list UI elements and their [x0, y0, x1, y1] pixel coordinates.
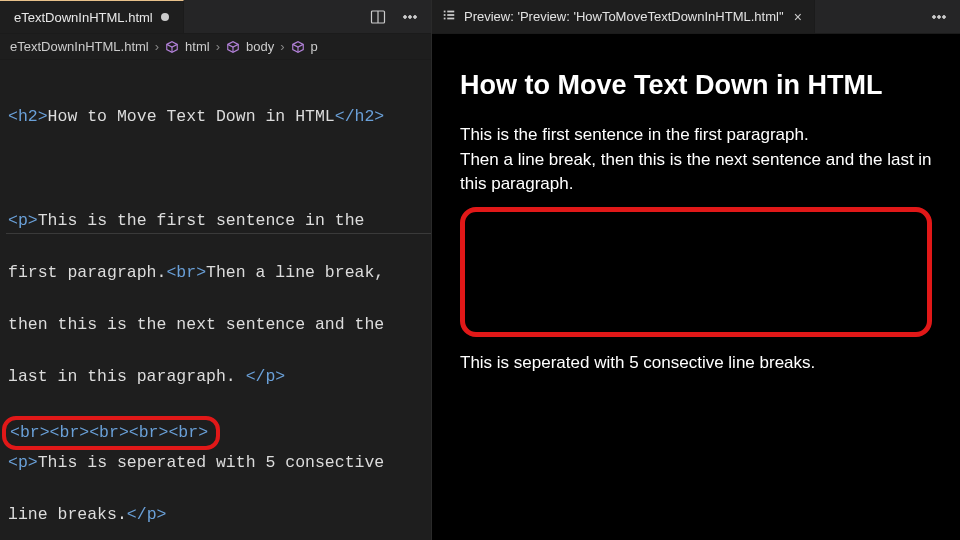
chevron-right-icon: ›	[216, 39, 220, 54]
code-line-highlighted: <br><br><br><br><br>	[2, 416, 220, 450]
svg-rect-8	[447, 14, 454, 16]
editor-tab-actions	[357, 0, 431, 33]
svg-rect-10	[447, 18, 454, 20]
preview-tab-label: Preview: 'Preview: 'HowToMoveTextDownInH…	[464, 9, 784, 24]
blank-space-highlight	[460, 207, 932, 337]
preview-text: Then a line break, then this is the next…	[460, 150, 932, 194]
svg-rect-6	[447, 11, 454, 13]
symbol-icon	[226, 40, 240, 54]
code-editor[interactable]: <h2>How to Move Text Down in HTML</h2> <…	[0, 60, 431, 540]
code-line: last in this paragraph. </p>	[6, 364, 431, 390]
svg-point-13	[943, 15, 946, 18]
svg-point-11	[933, 15, 936, 18]
svg-rect-5	[444, 11, 446, 13]
breadcrumb-file: eTextDownInHTML.html	[10, 39, 149, 54]
preview-text: This is the first sentence in the first …	[460, 125, 809, 144]
svg-point-3	[409, 15, 412, 18]
code-line: first paragraph.<br>Then a line break,	[6, 260, 431, 286]
preview-body: How to Move Text Down in HTML This is th…	[432, 34, 960, 540]
preview-paragraph-2: This is seperated with 5 consective line…	[460, 351, 932, 376]
editor-tab-bar: eTextDownInHTML.html	[0, 0, 431, 34]
preview-tab-actions	[918, 0, 960, 33]
more-icon[interactable]	[401, 8, 419, 26]
breadcrumb-seg-p: p	[311, 39, 318, 54]
preview-heading: How to Move Text Down in HTML	[460, 66, 932, 105]
split-editor-icon[interactable]	[369, 8, 387, 26]
chevron-right-icon: ›	[280, 39, 284, 54]
breadcrumb-seg-body: body	[246, 39, 274, 54]
code-line	[6, 156, 431, 182]
preview-pane: Preview: 'Preview: 'HowToMoveTextDownInH…	[432, 0, 960, 540]
svg-point-4	[414, 15, 417, 18]
editor-pane: eTextDownInHTML.html eTextDownInHTML.htm…	[0, 0, 432, 540]
tab-dirty-indicator	[161, 13, 169, 21]
svg-rect-9	[444, 18, 446, 20]
code-line: <p>This is the first sentence in the	[6, 208, 431, 234]
code-line: then this is the next sentence and the	[6, 312, 431, 338]
editor-tab-active[interactable]: eTextDownInHTML.html	[0, 0, 184, 33]
app-root: eTextDownInHTML.html eTextDownInHTML.htm…	[0, 0, 960, 540]
symbol-icon	[291, 40, 305, 54]
preview-paragraph-1: This is the first sentence in the first …	[460, 123, 932, 197]
tab-label: eTextDownInHTML.html	[14, 10, 153, 25]
svg-point-2	[404, 15, 407, 18]
code-line: <p>This is seperated with 5 consective	[6, 450, 431, 476]
close-icon[interactable]: ×	[792, 9, 804, 25]
breadcrumb-seg-html: html	[185, 39, 210, 54]
chevron-right-icon: ›	[155, 39, 159, 54]
symbol-icon	[165, 40, 179, 54]
more-icon[interactable]	[930, 8, 948, 26]
preview-tab-bar: Preview: 'Preview: 'HowToMoveTextDownInH…	[432, 0, 960, 34]
preview-tab[interactable]: Preview: 'Preview: 'HowToMoveTextDownInH…	[432, 0, 815, 33]
code-line: line breaks.</p>	[6, 502, 431, 528]
preview-list-icon	[442, 8, 456, 25]
breadcrumb[interactable]: eTextDownInHTML.html › html › body › p	[0, 34, 431, 60]
svg-rect-7	[444, 14, 446, 16]
svg-point-12	[938, 15, 941, 18]
code-line: <h2>How to Move Text Down in HTML</h2>	[6, 104, 431, 130]
